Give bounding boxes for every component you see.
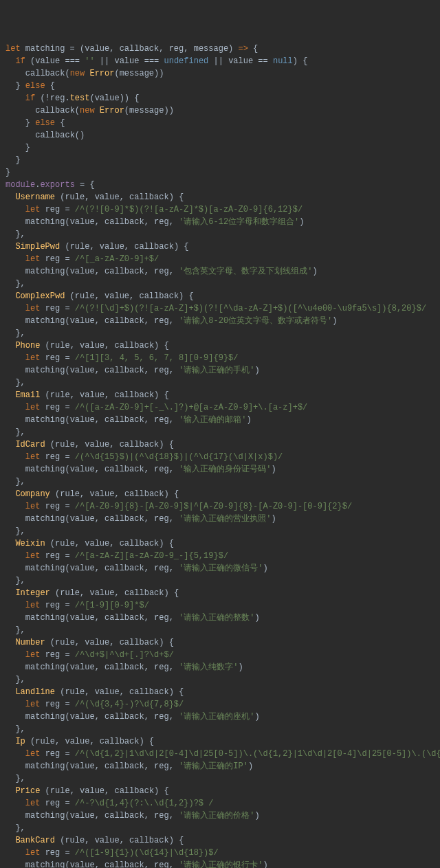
code-block: let matching = (value, callback, reg, me… <box>6 43 434 868</box>
